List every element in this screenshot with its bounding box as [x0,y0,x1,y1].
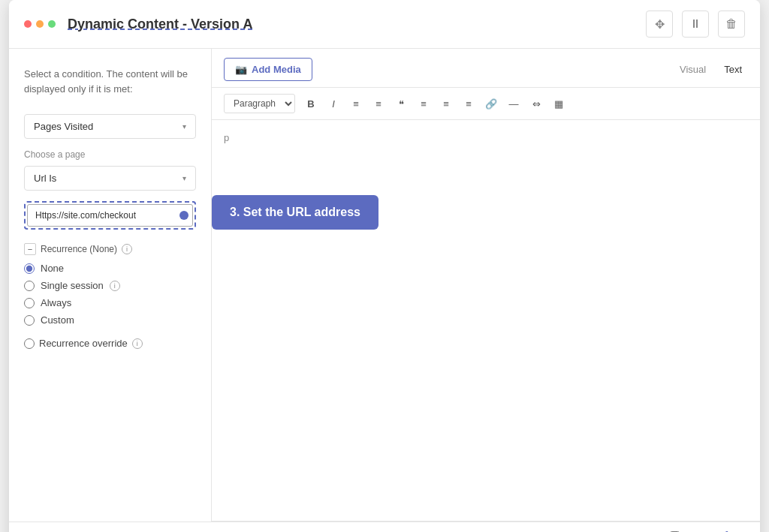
radio-always[interactable]: Always [24,297,196,308]
align-left-button[interactable]: ≡ [414,94,433,113]
unordered-list-button[interactable]: ≡ [346,94,366,113]
single-session-info-icon[interactable]: i [110,281,120,291]
visual-view-button[interactable]: Visual [674,61,712,78]
italic-button[interactable]: I [324,94,343,113]
align-center-button[interactable]: ≡ [436,94,456,113]
recurrence-override-label: Recurrence override [39,338,128,349]
main-content: Select a condition. The content will be … [9,49,760,521]
header: Dynamic Content - Version A ✥ ⏸ 🗑 [9,0,760,49]
chevron-down-icon: ▾ [182,122,186,131]
url-input-wrapper [24,201,196,230]
add-media-button[interactable]: 📷 Add Media [224,58,312,81]
radio-none-input[interactable] [24,263,35,274]
editor-body[interactable]: p [212,120,760,521]
format-select[interactable]: Paragraph [224,94,295,113]
editor-placeholder: p [224,132,229,143]
view-toggle: Visual Text [674,61,748,78]
url-dot-indicator [179,211,188,220]
radio-override-input[interactable] [24,338,35,349]
add-media-icon: 📷 [235,64,247,75]
text-view-button[interactable]: Text [718,61,748,78]
main-window: Dynamic Content - Version A ✥ ⏸ 🗑 Select… [9,0,760,532]
recurrence-collapse-button[interactable]: − [24,243,36,255]
url-is-dropdown[interactable]: Url Is ▾ [24,166,196,191]
keyboard-button[interactable]: ▦ [549,94,568,113]
url-chevron-icon: ▾ [182,174,186,182]
sidebar-description: Select a condition. The content will be … [24,67,196,96]
dot-orange [36,20,44,28]
content-area: 📷 Add Media Visual Text Paragraph B I ≡ … [212,49,760,521]
header-actions: ✥ ⏸ 🗑 [646,11,745,38]
recurrence-override-row: Recurrence override i [24,338,196,349]
callout-bubble: 3. Set the URL address [212,195,378,230]
choose-page-label: Choose a page [24,149,196,160]
editor-toolbar: Paragraph B I ≡ ≡ ❝ ≡ ≡ ≡ 🔗 — ⇔ ▦ [212,87,760,120]
delete-button[interactable]: 🗑 [718,11,745,38]
window-dots [24,20,56,28]
recurrence-header: − Recurrence (None) i [24,243,196,255]
radio-single-input[interactable] [24,281,35,291]
radio-custom-label: Custom [41,314,74,326]
radio-always-label: Always [41,297,71,308]
recurrence-label: Recurrence (None) [41,244,117,254]
radio-custom-input[interactable] [24,315,35,326]
sidebar: Select a condition. The content will be … [9,49,212,521]
url-dropdown-value: Url Is [34,173,56,184]
footer: Testing If•So [9,521,760,532]
dot-red [24,20,32,28]
recurrence-section: − Recurrence (None) i None Single sessio… [24,243,196,349]
add-media-label: Add Media [252,64,301,75]
toolbar-row: 📷 Add Media Visual Text [212,49,760,81]
blockquote-button[interactable]: ❝ [391,94,411,113]
radio-single-session[interactable]: Single session i [24,280,196,291]
radio-single-label: Single session [41,280,104,291]
bold-button[interactable]: B [301,94,321,113]
recurrence-radio-group: None Single session i Always Custom [24,263,196,326]
condition-value: Pages Visited [34,121,93,132]
pause-button[interactable]: ⏸ [682,11,709,38]
radio-always-input[interactable] [24,298,35,308]
condition-dropdown[interactable]: Pages Visited ▾ [24,114,196,139]
dot-green [48,20,56,28]
page-title: Dynamic Content - Version A [68,17,646,32]
url-input-container: 3. Set the URL address [24,201,196,230]
ordered-list-button[interactable]: ≡ [369,94,388,113]
horizontal-rule-button[interactable]: — [504,94,523,113]
radio-none[interactable]: None [24,263,196,274]
radio-none-label: None [41,263,64,274]
url-input[interactable] [27,204,193,227]
move-button[interactable]: ✥ [646,11,673,38]
fullscreen-button[interactable]: ⇔ [526,94,546,113]
radio-custom[interactable]: Custom [24,314,196,326]
link-button[interactable]: 🔗 [481,94,501,113]
align-right-button[interactable]: ≡ [459,94,478,113]
recurrence-info-icon[interactable]: i [122,244,132,254]
override-info-icon[interactable]: i [132,338,143,349]
